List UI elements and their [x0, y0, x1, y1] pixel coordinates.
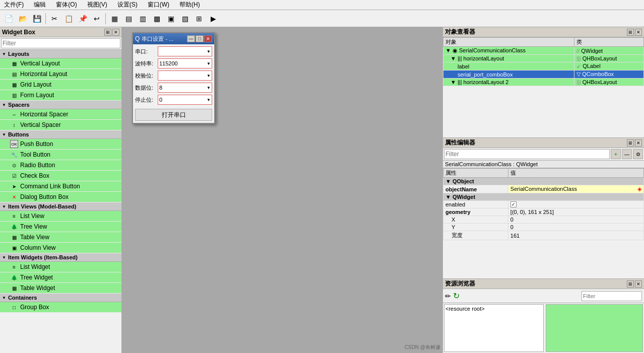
- widget-push-button[interactable]: OK Push Button: [0, 139, 121, 150]
- menu-help[interactable]: 帮助(H): [177, 1, 202, 9]
- prop-filter-config-btn[interactable]: ⚙: [633, 149, 643, 159]
- menu-settings[interactable]: 设置(S): [115, 1, 140, 9]
- widget-group-box[interactable]: □ Group Box: [0, 302, 121, 313]
- widget-dialog-btn-box[interactable]: ✕ Dialog Button Box: [0, 192, 121, 202]
- widget-check-box[interactable]: ☑ Check Box: [0, 171, 121, 181]
- dialog-open-btn[interactable]: 打开串口: [135, 109, 212, 121]
- tree-view-label: Tree View: [20, 223, 47, 230]
- menu-view[interactable]: 视图(V): [85, 1, 109, 9]
- toolbar-preview[interactable]: ▶: [207, 12, 220, 25]
- buttons-arrow: ▼: [2, 132, 6, 137]
- toolbar-paste[interactable]: 📌: [76, 12, 89, 25]
- layouts-label: Layouts: [8, 51, 29, 57]
- resource-refresh-icon[interactable]: ↻: [453, 291, 460, 301]
- widget-box-filter-input[interactable]: [1, 38, 120, 48]
- toolbar-layout1[interactable]: ▦: [108, 12, 121, 25]
- widget-list-widget[interactable]: ≡ List Widget: [0, 262, 121, 272]
- watermark: CSDN @奇树谦: [405, 344, 440, 351]
- dialog-combo-parity[interactable]: ▼: [158, 70, 212, 81]
- obj-inspector-close-btn[interactable]: ✕: [635, 29, 642, 36]
- prop-filter-remove-btn[interactable]: —: [622, 149, 632, 159]
- table-view-label: Table View: [20, 234, 49, 241]
- design-area[interactable]: Q 串口设置 - ... — □ ✕ 串口: ▼: [122, 27, 442, 353]
- dialog-combo-data[interactable]: 8 ▼: [158, 83, 212, 93]
- resource-filter-input[interactable]: [582, 291, 642, 301]
- widget-list-view[interactable]: ≡ List View: [0, 211, 121, 222]
- menu-edit[interactable]: 编辑: [32, 1, 48, 9]
- toolbar-save[interactable]: 💾: [30, 12, 43, 25]
- widget-command-link[interactable]: ➤ Command Link Button: [0, 181, 121, 192]
- obj-inspector-table: 对象 类 ▼ ◉ SerialCommunicationClass // QWi…: [443, 37, 644, 86]
- toolbar-layout3[interactable]: ▥: [136, 12, 149, 25]
- class-name: QWidget: [581, 48, 603, 54]
- item-views-arrow: ▼: [2, 204, 6, 209]
- widget-tool-button[interactable]: 🔧 Tool Button: [0, 150, 121, 160]
- resource-browser-close-btn[interactable]: ✕: [635, 280, 642, 288]
- toolbar-layout4[interactable]: ▩: [150, 12, 163, 25]
- expand-arrow: ▼: [450, 79, 458, 85]
- prop-row[interactable]: geometry [(0, 0), 161 x 251]: [443, 208, 644, 216]
- grid-layout-icon: ▩: [10, 81, 18, 89]
- prop-editor-close-btn[interactable]: ✕: [635, 139, 642, 147]
- section-containers[interactable]: ▼ Containers: [0, 294, 121, 302]
- widget-table-widget[interactable]: ▦ Table Widget: [0, 283, 121, 294]
- dialog-close-btn[interactable]: ✕: [204, 35, 212, 42]
- menu-window[interactable]: 窗体(O): [54, 1, 79, 9]
- widget-horizontal-layout[interactable]: ▤ Horizontal Layout: [0, 69, 121, 80]
- prop-editor-float-btn[interactable]: ⊞: [627, 139, 634, 147]
- section-item-views[interactable]: ▼ Item Views (Model-Based): [0, 202, 121, 211]
- section-spacers[interactable]: ▼ Spacers: [0, 101, 121, 109]
- toolbar-cut[interactable]: ✂: [48, 12, 61, 25]
- section-item-widgets[interactable]: ▼ Item Widgets (Item-Based): [0, 253, 121, 262]
- table-row[interactable]: ▼ ||| horizontalLayout ||| QHBoxLayout: [443, 55, 644, 62]
- widget-tree-view[interactable]: 🌲 Tree View: [0, 222, 121, 232]
- toolbar-open[interactable]: 📂: [16, 12, 29, 25]
- prop-row[interactable]: X 0: [443, 216, 644, 224]
- widget-table-view[interactable]: ▦ Table View: [0, 232, 121, 243]
- widget-box-close-btn[interactable]: ✕: [112, 29, 119, 36]
- table-row[interactable]: label ↙ QLabel: [443, 62, 644, 70]
- widget-vertical-layout[interactable]: ▦ Vertical Layout: [0, 58, 121, 69]
- toolbar-layout2[interactable]: ▤: [122, 12, 135, 25]
- widget-grid-layout[interactable]: ▩ Grid Layout: [0, 80, 121, 90]
- table-row[interactable]: serial_port_comboBox ▽ QComboBox: [443, 70, 644, 79]
- prop-row[interactable]: enabled ✓: [443, 201, 644, 208]
- toolbar-break[interactable]: ⊞: [192, 12, 206, 25]
- obj-inspector-float-btn[interactable]: ⊞: [627, 29, 634, 36]
- dialog-maximize-btn[interactable]: □: [196, 35, 204, 42]
- dialog-combo-parity-arrow: ▼: [207, 74, 211, 78]
- toolbar-new[interactable]: 📄: [2, 12, 15, 25]
- containers-label: Containers: [8, 295, 37, 301]
- resource-left-panel: <resource root>: [444, 304, 544, 352]
- menu-window2[interactable]: 窗口(W): [146, 1, 171, 9]
- section-buttons[interactable]: ▼ Buttons: [0, 130, 121, 139]
- class-icon: ↙: [576, 63, 581, 69]
- widget-v-spacer[interactable]: ↕ Vertical Spacer: [0, 120, 121, 130]
- toolbar-copy[interactable]: 📋: [62, 12, 75, 25]
- table-row[interactable]: ▼ ◉ SerialCommunicationClass // QWidget: [443, 47, 644, 55]
- menu-file[interactable]: 文件(F): [2, 1, 26, 9]
- toolbar-undo[interactable]: ↩: [90, 12, 103, 25]
- prop-row[interactable]: objectName SerialCommunicationClass◈: [443, 185, 644, 193]
- prop-filter-add-btn[interactable]: +: [611, 149, 621, 159]
- dialog-combo-port[interactable]: ▼: [158, 46, 212, 56]
- toolbar-layout6[interactable]: ▧: [178, 12, 191, 25]
- dialog-minimize-btn[interactable]: —: [187, 35, 195, 42]
- widget-box-float-btn[interactable]: ⊞: [104, 29, 111, 36]
- prop-row[interactable]: Y 0: [443, 224, 644, 231]
- prop-filter-input[interactable]: [444, 149, 610, 159]
- resource-browser-float-btn[interactable]: ⊞: [627, 280, 634, 288]
- section-layouts[interactable]: ▼ Layouts: [0, 50, 121, 58]
- prop-enabled-checkbox[interactable]: ✓: [510, 201, 517, 207]
- widget-form-layout[interactable]: ▥ Form Layout: [0, 90, 121, 101]
- table-row[interactable]: ▼ ||| horizontalLayout 2 ||| QHBoxLayout: [443, 79, 644, 86]
- toolbar-layout5[interactable]: ▣: [164, 12, 177, 25]
- prop-row[interactable]: 宽度 161: [443, 231, 644, 240]
- widget-tree-widget[interactable]: 🌲 Tree Widget: [0, 272, 121, 283]
- dialog-combo-baud[interactable]: 115200 ▼: [158, 58, 212, 68]
- h-spacer-icon: ↔: [10, 110, 18, 118]
- widget-radio-button[interactable]: ⊙ Radio Button: [0, 160, 121, 171]
- widget-column-view[interactable]: ▣ Column View: [0, 243, 121, 253]
- widget-h-spacer[interactable]: ↔ Horizontal Spacer: [0, 109, 121, 120]
- dialog-combo-stop[interactable]: 0 ▼: [158, 95, 212, 105]
